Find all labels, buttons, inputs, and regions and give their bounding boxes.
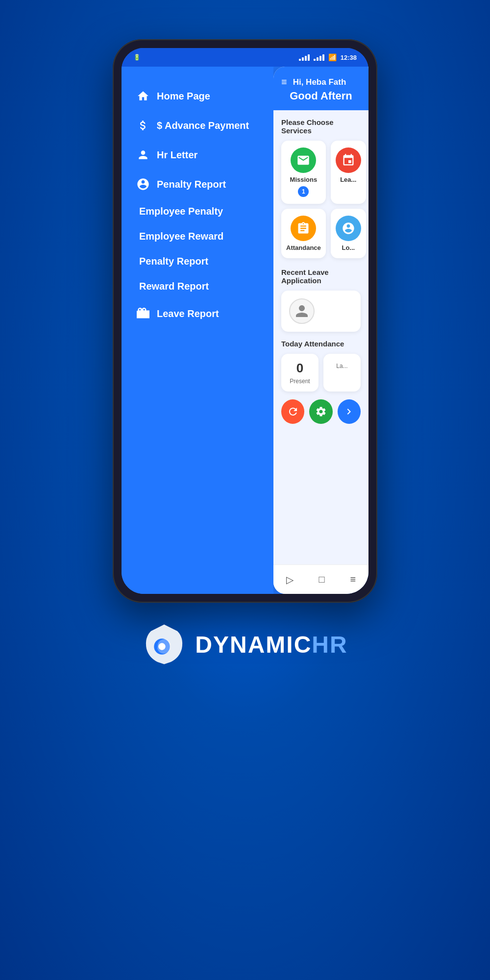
avatar (289, 298, 315, 324)
sidebar: Home Page $ Advance Payment (122, 67, 273, 594)
app-body: Please Choose Services Missions (273, 110, 368, 564)
signal-bar (319, 56, 321, 61)
signal-bars-1 (299, 54, 310, 61)
fab-refresh-button[interactable] (281, 399, 304, 424)
app-header-top: ≡ Hi, Heba Fath (281, 76, 361, 88)
brand-logo (142, 622, 186, 666)
battery-icon: 🔋 (133, 54, 141, 61)
signal-bar (322, 54, 324, 61)
services-grid: Missions 1 Lea... (281, 141, 361, 258)
sidebar-item-leave-report[interactable]: Leave Report (131, 299, 264, 328)
service-card-leave[interactable]: Lea... (331, 141, 366, 204)
nav-menu-button[interactable]: ≡ (350, 574, 356, 585)
sidebar-item-reward-report[interactable]: Reward Report (131, 274, 264, 299)
signal-bar (299, 59, 301, 61)
attendance-icon-circle (291, 216, 316, 241)
status-left: 🔋 (133, 54, 141, 61)
brand-name-part2: HR (312, 632, 347, 658)
late-label: La... (336, 363, 347, 369)
status-right: 📶 12:38 (299, 53, 357, 61)
brand-footer: DYNAMICHR (142, 622, 347, 666)
sidebar-item-hr-letter[interactable]: Hr Letter (131, 140, 264, 170)
advance-payment-label: $ Advance Payment (157, 120, 249, 131)
person-icon (136, 148, 150, 162)
missions-label: Missions (290, 176, 318, 183)
app-header: ≡ Hi, Heba Fath Good Aftern (273, 67, 368, 110)
attendance-label: Attandance (286, 244, 321, 251)
hamburger-icon[interactable]: ≡ (281, 76, 287, 88)
sidebar-item-penalty-report-icon[interactable]: Penalty Report (131, 170, 264, 199)
recent-leave-title: Recent Leave Application (281, 268, 361, 285)
leave-label: Lea... (340, 176, 356, 183)
sidebar-item-employee-penalty[interactable]: Employee Penalty (131, 199, 264, 224)
services-section-title: Please Choose Services (281, 118, 361, 135)
loan-icon-circle (336, 216, 361, 241)
fab-settings-button[interactable] (309, 399, 332, 424)
main-panel: ≡ Hi, Heba Fath Good Aftern Please Choos… (273, 67, 368, 594)
sidebar-hr-letter-label: Hr Letter (157, 149, 197, 161)
today-attendance-section: Today Attendance 0 Present La... (281, 340, 361, 392)
sidebar-home-label: Home Page (157, 91, 210, 102)
present-label: Present (290, 378, 310, 385)
missions-badge: 1 (298, 186, 309, 197)
reward-report-label: Reward Report (139, 281, 209, 292)
loan-label: Lo... (342, 244, 355, 251)
status-time: 12:38 (341, 54, 357, 61)
home-icon (136, 89, 150, 103)
status-bar: 🔋 📶 12:38 (122, 48, 368, 67)
present-number: 0 (296, 361, 303, 376)
briefcase-icon (136, 307, 150, 320)
attendance-card-present: 0 Present (281, 354, 318, 392)
fab-next-button[interactable] (338, 399, 361, 424)
fab-container (281, 399, 361, 424)
sidebar-item-advance-payment[interactable]: $ Advance Payment (131, 111, 264, 140)
employee-reward-label: Employee Reward (139, 231, 223, 242)
sidebar-item-home[interactable]: Home Page (131, 81, 264, 111)
penalty-report-label: Penalty Report (139, 256, 208, 267)
sidebar-penalty-report-icon-label: Penalty Report (157, 179, 226, 190)
phone-bottom-nav: ▷ □ ≡ (273, 564, 368, 594)
attendance-card-late: La... (323, 354, 361, 392)
employee-penalty-label: Employee Penalty (139, 206, 223, 217)
signal-bar (305, 56, 307, 61)
phone-wrapper: 🔋 📶 12:38 (113, 39, 377, 603)
attendance-cards: 0 Present La... (281, 354, 361, 392)
brand-name-part1: DYNAMIC (195, 632, 312, 658)
nav-home-button[interactable]: □ (319, 574, 325, 585)
dollar-icon (136, 119, 150, 132)
signal-bars-2 (314, 54, 324, 61)
recent-leave-section: Recent Leave Application (281, 268, 361, 332)
header-greeting-name: Hi, Heba Fath (293, 77, 346, 87)
wifi-icon: 📶 (328, 53, 337, 61)
signal-bar (317, 57, 318, 61)
service-card-missions[interactable]: Missions 1 (281, 141, 326, 204)
signal-bar (314, 59, 316, 61)
today-attendance-title: Today Attendance (281, 340, 361, 348)
signal-bar (308, 54, 310, 61)
phone-screen: 🔋 📶 12:38 (122, 48, 368, 594)
svg-point-1 (159, 643, 166, 650)
sidebar-item-penalty-report[interactable]: Penalty Report (131, 249, 264, 274)
leave-icon-circle (336, 147, 361, 173)
leave-report-label: Leave Report (157, 308, 219, 319)
service-card-loan[interactable]: Lo... (331, 209, 366, 258)
leave-card (281, 291, 361, 332)
phone-frame: 🔋 📶 12:38 (113, 39, 377, 603)
missions-icon-circle (291, 147, 316, 173)
sidebar-item-employee-reward[interactable]: Employee Reward (131, 224, 264, 249)
nav-back-button[interactable]: ▷ (286, 574, 294, 586)
brand-name: DYNAMICHR (195, 631, 347, 658)
header-greeting-time: Good Aftern (281, 90, 361, 102)
screen-content: Home Page $ Advance Payment (122, 67, 368, 594)
account-circle-icon (136, 177, 150, 191)
signal-bar (302, 57, 304, 61)
service-card-attendance[interactable]: Attandance (281, 209, 326, 258)
